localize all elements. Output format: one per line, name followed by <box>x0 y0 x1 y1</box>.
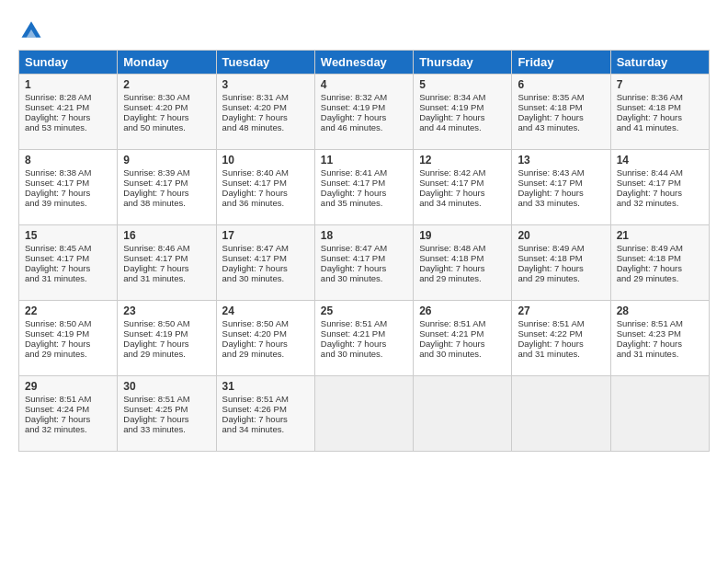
cell-line: Daylight: 7 hours <box>25 112 111 122</box>
cell-line: Sunset: 4:17 PM <box>222 253 309 263</box>
cell-line: Daylight: 7 hours <box>25 339 111 349</box>
cell-line: Daylight: 7 hours <box>321 188 407 198</box>
calendar-cell: 10Sunrise: 8:40 AMSunset: 4:17 PMDayligh… <box>216 150 314 225</box>
cell-line: Sunrise: 8:40 AM <box>222 167 309 178</box>
day-number: 22 <box>25 304 111 317</box>
cell-line: Sunrise: 8:50 AM <box>25 318 111 328</box>
day-header-friday: Friday <box>512 51 610 75</box>
cell-line: Sunrise: 8:39 AM <box>123 167 210 178</box>
cell-line: Sunrise: 8:28 AM <box>25 92 111 102</box>
cell-line: Sunrise: 8:36 AM <box>617 92 703 102</box>
day-number: 4 <box>321 78 407 91</box>
day-number: 31 <box>222 380 309 393</box>
cell-line: Daylight: 7 hours <box>321 112 407 122</box>
cell-line: Sunrise: 8:49 AM <box>617 243 703 253</box>
cell-line: Sunset: 4:18 PM <box>617 253 703 263</box>
cell-line: Daylight: 7 hours <box>222 263 309 273</box>
calendar-cell: 4Sunrise: 8:32 AMSunset: 4:19 PMDaylight… <box>314 75 413 150</box>
cell-line: Daylight: 7 hours <box>419 339 506 349</box>
day-header-wednesday: Wednesday <box>314 51 413 75</box>
cell-line: and 29 minutes. <box>123 349 210 359</box>
day-number: 3 <box>222 78 309 91</box>
cell-line: and 53 minutes. <box>25 122 111 132</box>
day-number: 7 <box>617 78 703 91</box>
cell-line: and 29 minutes. <box>25 349 111 359</box>
cell-line: Sunset: 4:19 PM <box>419 102 506 112</box>
cell-line: and 33 minutes. <box>123 424 210 434</box>
cell-line: Sunset: 4:18 PM <box>617 102 703 112</box>
cell-line: Daylight: 7 hours <box>617 112 703 122</box>
cell-line: Sunset: 4:17 PM <box>25 178 111 188</box>
cell-line: and 38 minutes. <box>123 198 210 208</box>
calendar-cell: 30Sunrise: 8:51 AMSunset: 4:25 PMDayligh… <box>118 376 216 452</box>
cell-line: Sunrise: 8:42 AM <box>419 167 506 178</box>
cell-line: Daylight: 7 hours <box>25 414 111 424</box>
cell-line: Sunrise: 8:51 AM <box>222 394 309 404</box>
cell-line: Sunset: 4:17 PM <box>222 178 309 188</box>
day-number: 5 <box>419 78 506 91</box>
cell-line: Sunrise: 8:51 AM <box>617 318 703 328</box>
calendar-cell: 24Sunrise: 8:50 AMSunset: 4:20 PMDayligh… <box>216 301 314 376</box>
cell-line: and 35 minutes. <box>321 198 407 208</box>
header <box>18 17 710 42</box>
day-number: 10 <box>222 154 309 167</box>
cell-line: Sunset: 4:23 PM <box>617 328 703 339</box>
calendar-cell: 23Sunrise: 8:50 AMSunset: 4:19 PMDayligh… <box>118 301 216 376</box>
cell-line: Sunrise: 8:32 AM <box>321 92 407 102</box>
cell-line: Daylight: 7 hours <box>123 263 210 273</box>
day-number: 19 <box>419 229 506 242</box>
day-number: 8 <box>25 154 111 167</box>
day-number: 27 <box>518 304 604 317</box>
cell-line: Daylight: 7 hours <box>222 339 309 349</box>
cell-line: Sunset: 4:18 PM <box>518 253 604 263</box>
cell-line: Sunset: 4:17 PM <box>518 178 604 188</box>
cell-line: Sunset: 4:22 PM <box>518 328 604 339</box>
cell-line: and 29 minutes. <box>419 273 506 283</box>
cell-line: and 32 minutes. <box>617 198 703 208</box>
cell-line: and 48 minutes. <box>222 122 309 132</box>
day-number: 15 <box>25 229 111 242</box>
cell-line: Daylight: 7 hours <box>222 414 309 424</box>
calendar-cell: 29Sunrise: 8:51 AMSunset: 4:24 PMDayligh… <box>19 376 118 452</box>
cell-line: and 46 minutes. <box>321 122 407 132</box>
day-number: 24 <box>222 304 309 317</box>
cell-line: Daylight: 7 hours <box>617 339 703 349</box>
cell-line: Daylight: 7 hours <box>419 112 506 122</box>
cell-line: and 34 minutes. <box>419 198 506 208</box>
day-header-saturday: Saturday <box>610 51 709 75</box>
day-number: 30 <box>123 380 210 393</box>
calendar-cell: 25Sunrise: 8:51 AMSunset: 4:21 PMDayligh… <box>314 301 413 376</box>
day-number: 1 <box>25 78 111 91</box>
calendar-cell: 22Sunrise: 8:50 AMSunset: 4:19 PMDayligh… <box>19 301 118 376</box>
cell-line: Sunrise: 8:51 AM <box>321 318 407 328</box>
calendar-cell: 2Sunrise: 8:30 AMSunset: 4:20 PMDaylight… <box>118 75 216 150</box>
calendar-cell: 12Sunrise: 8:42 AMSunset: 4:17 PMDayligh… <box>414 150 512 225</box>
day-header-tuesday: Tuesday <box>216 51 314 75</box>
cell-line: Sunrise: 8:47 AM <box>222 243 309 253</box>
cell-line: Daylight: 7 hours <box>518 339 604 349</box>
day-number: 9 <box>123 154 210 167</box>
day-number: 11 <box>321 154 407 167</box>
calendar-cell: 19Sunrise: 8:48 AMSunset: 4:18 PMDayligh… <box>414 225 512 301</box>
cell-line: Daylight: 7 hours <box>617 188 703 198</box>
cell-line: Sunrise: 8:45 AM <box>25 243 111 253</box>
calendar-cell: 14Sunrise: 8:44 AMSunset: 4:17 PMDayligh… <box>610 150 709 225</box>
cell-line: Daylight: 7 hours <box>123 339 210 349</box>
cell-line: Sunset: 4:17 PM <box>25 253 111 263</box>
cell-line: Sunrise: 8:38 AM <box>25 167 111 178</box>
calendar-cell: 20Sunrise: 8:49 AMSunset: 4:18 PMDayligh… <box>512 225 610 301</box>
cell-line: Sunrise: 8:43 AM <box>518 167 604 178</box>
cell-line: Sunset: 4:20 PM <box>222 102 309 112</box>
cell-line: Daylight: 7 hours <box>617 263 703 273</box>
cell-line: Daylight: 7 hours <box>222 112 309 122</box>
cell-line: Sunset: 4:17 PM <box>123 253 210 263</box>
calendar-cell: 9Sunrise: 8:39 AMSunset: 4:17 PMDaylight… <box>118 150 216 225</box>
cell-line: Daylight: 7 hours <box>25 188 111 198</box>
cell-line: Daylight: 7 hours <box>419 188 506 198</box>
calendar-cell: 5Sunrise: 8:34 AMSunset: 4:19 PMDaylight… <box>414 75 512 150</box>
cell-line: Sunset: 4:19 PM <box>25 328 111 339</box>
day-number: 26 <box>419 304 506 317</box>
cell-line: and 31 minutes. <box>518 349 604 359</box>
cell-line: Sunrise: 8:35 AM <box>518 92 604 102</box>
cell-line: and 29 minutes. <box>617 273 703 283</box>
